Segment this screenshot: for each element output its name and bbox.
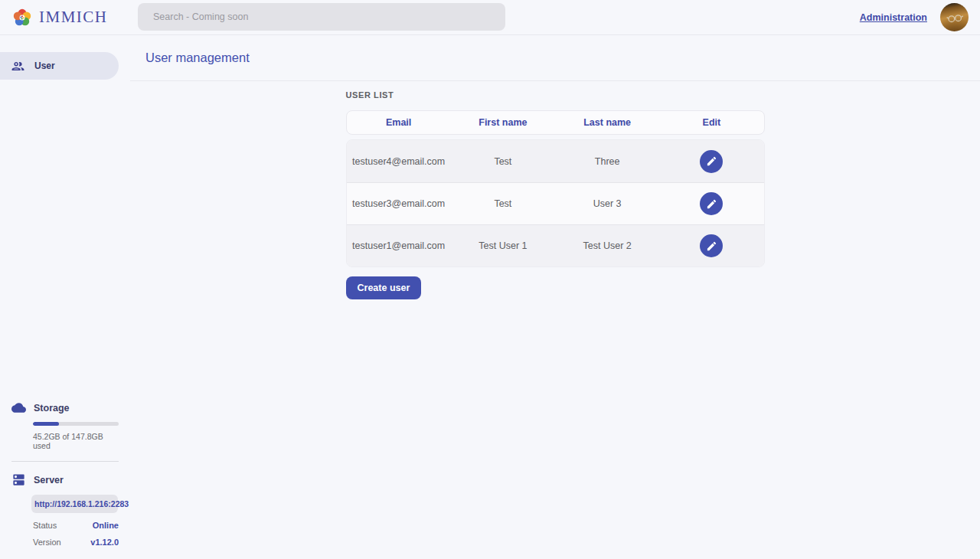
create-user-button[interactable]: Create user <box>346 276 422 299</box>
storage-title: Storage <box>34 403 70 414</box>
content-header: User management <box>130 35 980 81</box>
status-label: Status <box>33 521 57 530</box>
sidebar: User Storage 45.2GB of 147.8GB used <box>0 35 130 558</box>
sidebar-item-user-label: User <box>34 60 55 71</box>
pencil-icon <box>706 198 717 210</box>
table-row: testuser3@email.com Test User 3 <box>347 182 764 224</box>
storage-progress-bar <box>33 422 119 426</box>
server-status-row: Status Online <box>33 521 119 530</box>
immich-logo-icon <box>12 8 32 28</box>
cell-first-name: Test <box>451 156 555 167</box>
app-layout: User Storage 45.2GB of 147.8GB used <box>0 35 980 558</box>
sidebar-divider <box>11 461 119 462</box>
user-avatar[interactable] <box>940 3 969 31</box>
brand-wordmark: IMMICH <box>39 8 108 27</box>
cell-last-name: Three <box>555 156 659 167</box>
table-header-row: Email First name Last name Edit <box>346 110 765 135</box>
server-url-chip: http://192.168.1.216:2283 <box>31 495 118 513</box>
pencil-icon <box>706 240 717 252</box>
people-group-icon <box>11 59 25 74</box>
column-header-email: Email <box>347 117 451 128</box>
server-widget: Server http://192.168.1.216:2283 Status … <box>11 472 119 547</box>
storage-usage-text: 45.2GB of 147.8GB used <box>33 432 119 450</box>
user-table: testuser4@email.com Test Three testuser3… <box>346 139 765 267</box>
cell-last-name: Test User 2 <box>555 240 659 251</box>
page-title: User management <box>145 51 250 65</box>
user-list-section: USER LIST Email First name Last name Edi… <box>346 90 765 299</box>
sidebar-bottom: Storage 45.2GB of 147.8GB used Server ht… <box>0 400 130 547</box>
edit-user-button[interactable] <box>700 150 723 173</box>
cell-last-name: User 3 <box>555 198 659 209</box>
column-header-last-name: Last name <box>555 117 659 128</box>
top-bar: IMMICH Administration <box>0 0 980 35</box>
status-value: Online <box>93 521 119 530</box>
cell-email: testuser4@email.com <box>347 156 451 167</box>
column-header-edit: Edit <box>659 117 763 128</box>
edit-user-button[interactable] <box>700 234 723 257</box>
storage-widget: Storage 45.2GB of 147.8GB used <box>11 400 119 450</box>
server-title: Server <box>34 475 64 485</box>
cloud-icon <box>11 400 26 415</box>
version-value: v1.12.0 <box>90 538 119 547</box>
version-label: Version <box>33 538 61 547</box>
cell-email: testuser3@email.com <box>347 198 451 209</box>
topbar-right: Administration <box>860 3 980 31</box>
server-dns-icon <box>11 472 26 487</box>
cell-email: testuser1@email.com <box>347 240 451 251</box>
sidebar-item-user[interactable]: User <box>0 52 119 80</box>
table-row: testuser1@email.com Test User 1 Test Use… <box>347 224 764 266</box>
search-input[interactable] <box>138 3 505 31</box>
main-content: User management USER LIST Email First na… <box>130 35 980 558</box>
glasses-photo <box>943 6 966 29</box>
table-row: testuser4@email.com Test Three <box>347 140 764 182</box>
section-label: USER LIST <box>346 90 765 100</box>
column-header-first-name: First name <box>451 117 555 128</box>
cell-first-name: Test User 1 <box>451 240 555 251</box>
cell-first-name: Test <box>451 198 555 209</box>
pencil-icon <box>706 155 717 167</box>
server-version-row: Version v1.12.0 <box>33 538 119 547</box>
edit-user-button[interactable] <box>700 192 723 215</box>
brand[interactable]: IMMICH <box>0 8 108 28</box>
administration-link[interactable]: Administration <box>860 12 927 23</box>
storage-progress-fill <box>33 422 59 426</box>
